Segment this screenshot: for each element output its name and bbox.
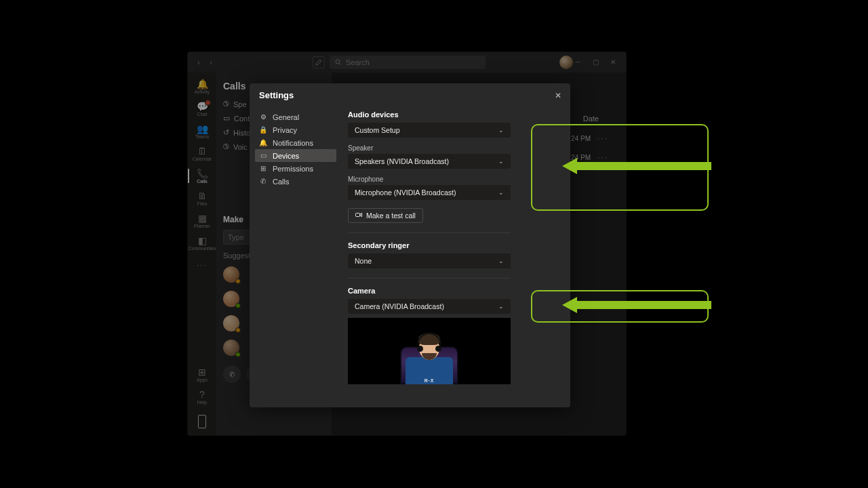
chevron-down-icon: ⌄ <box>498 158 504 165</box>
make-test-call-label: Make a test call <box>366 211 416 220</box>
settings-nav-calls[interactable]: ✆Calls <box>255 175 336 188</box>
speaker-value: Speakers (NVIDIA Broadcast) <box>355 157 449 165</box>
phone-icon: ✆ <box>259 178 267 185</box>
settings-nav-general[interactable]: ⚙General <box>255 110 336 123</box>
microphone-dropdown[interactable]: Microphone (NVIDIA Broadcast) ⌄ <box>348 185 511 200</box>
make-test-call-button[interactable]: Make a test call <box>348 208 423 223</box>
secondary-ringer-section-title: Secondary ringer <box>348 241 564 249</box>
secondary-ringer-value: None <box>355 257 372 265</box>
microphone-value: Microphone (NVIDIA Broadcast) <box>355 188 456 197</box>
camera-value: Camera (NVIDIA Broadcast) <box>355 302 444 310</box>
camera-preview: R·X <box>348 318 511 384</box>
lock-icon: 🔒 <box>259 126 267 134</box>
settings-close-button[interactable]: ✕ <box>551 89 565 102</box>
camera-dropdown[interactable]: Camera (NVIDIA Broadcast) ⌄ <box>348 299 511 314</box>
settings-nav-notifications[interactable]: 🔔Notifications <box>255 136 336 149</box>
divider <box>348 278 511 279</box>
settings-body: Audio devices Custom Setup ⌄ Speaker Spe… <box>348 110 564 402</box>
teams-app-window: ‹ › ─ ▢ ✕ 🔔 Activity 💬 Chat <box>187 52 627 436</box>
svg-rect-2 <box>356 214 360 217</box>
settings-title: Settings <box>259 90 294 100</box>
settings-modal: Settings ✕ ⚙General 🔒Privacy 🔔Notificati… <box>250 83 570 407</box>
audio-setup-dropdown[interactable]: Custom Setup ⌄ <box>348 123 511 138</box>
settings-nav-privacy[interactable]: 🔒Privacy <box>255 123 336 136</box>
chevron-down-icon: ⌄ <box>498 189 504 196</box>
microphone-label: Microphone <box>348 176 564 183</box>
gear-icon: ⚙ <box>259 113 267 121</box>
audio-devices-section-title: Audio devices <box>348 110 564 119</box>
permissions-icon: ⊞ <box>259 165 267 172</box>
camera-preview-person: R·X <box>389 322 470 384</box>
camera-section-title: Camera <box>348 287 564 295</box>
settings-nav-permissions[interactable]: ⊞Permissions <box>255 162 336 175</box>
chevron-down-icon: ⌄ <box>498 303 504 310</box>
chevron-down-icon: ⌄ <box>498 258 504 264</box>
test-call-icon <box>355 212 362 219</box>
speaker-dropdown[interactable]: Speakers (NVIDIA Broadcast) ⌄ <box>348 154 511 169</box>
bell-icon: 🔔 <box>259 139 267 146</box>
settings-nav-devices[interactable]: ▭Devices <box>255 149 336 162</box>
chevron-down-icon: ⌄ <box>498 127 504 134</box>
speaker-label: Speaker <box>348 144 564 152</box>
devices-icon: ▭ <box>259 152 267 159</box>
audio-setup-value: Custom Setup <box>355 126 400 134</box>
secondary-ringer-dropdown[interactable]: None ⌄ <box>348 253 511 268</box>
settings-nav: ⚙General 🔒Privacy 🔔Notifications ▭Device… <box>255 110 336 188</box>
divider <box>348 232 511 233</box>
